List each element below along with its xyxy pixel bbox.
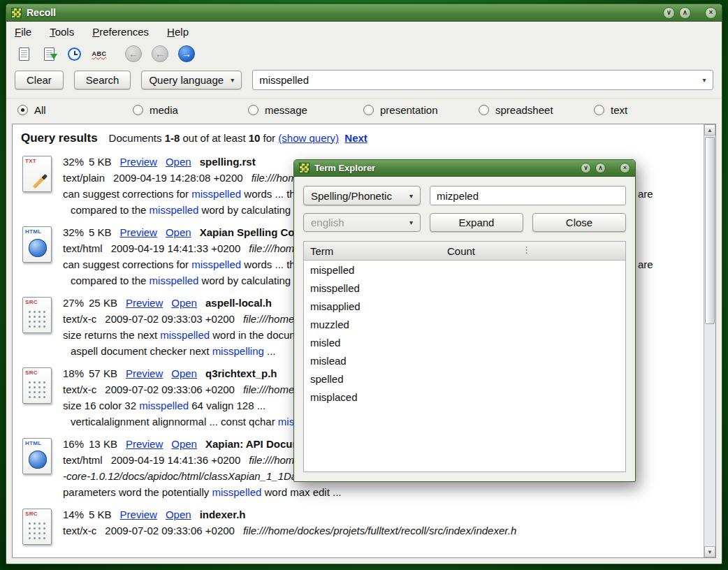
open-link[interactable]: Open	[171, 367, 197, 379]
filter-radio[interactable]: text	[594, 104, 709, 116]
file-size: 5 KB	[89, 509, 112, 520]
term-column-header[interactable]: Term	[304, 245, 447, 257]
search-query-combobox[interactable]: ▾	[252, 70, 713, 90]
term-cell: mislead	[304, 355, 447, 367]
term-row[interactable]: muzzled	[304, 315, 625, 333]
document-type-icon	[22, 367, 52, 404]
chevron-down-icon: ▾	[409, 192, 413, 200]
search-button[interactable]: Search	[74, 71, 131, 89]
term-row[interactable]: spelled	[304, 370, 625, 388]
erase-search-button[interactable]	[13, 44, 34, 64]
toolbar: ABC ← ← →	[6, 41, 722, 66]
radio-icon	[594, 105, 604, 115]
mime-type: text/x-c	[63, 383, 96, 395]
term-cell: mispelled	[304, 264, 447, 276]
next-page-button[interactable]: →	[178, 45, 195, 62]
mime-type: text/plain	[63, 172, 105, 184]
result-date: 2009-04-19 14:41:36 +0200	[111, 454, 241, 466]
file-size: 57 KB	[89, 367, 117, 379]
count-column-header[interactable]: Count	[447, 245, 625, 257]
search-query-input[interactable]	[253, 71, 696, 89]
document-type-filter-row: All media message presentation	[6, 98, 722, 124]
term-explorer-dialog: Term Explorer ∨ ∧ × Spelling/Phonetic ▾ …	[293, 159, 636, 482]
file-size: 5 KB	[89, 226, 112, 238]
prev-page-button: ←	[152, 45, 168, 62]
mime-type: text/html	[63, 242, 103, 254]
term-cell: misled	[304, 337, 447, 349]
term-row[interactable]: mispelled	[304, 261, 625, 279]
spellcheck-button[interactable]: ABC	[89, 44, 110, 64]
term-row[interactable]: mislead	[304, 351, 625, 370]
dialog-titlebar[interactable]: Term Explorer ∨ ∧ ×	[294, 160, 635, 177]
close-button[interactable]: ×	[705, 7, 717, 19]
result-item: 14%5 KBPreviewOpenindexer.h text/x-c2009…	[21, 506, 694, 545]
dialog-maximize-button[interactable]: ∧	[595, 163, 606, 173]
filter-radio[interactable]: message	[248, 104, 363, 116]
open-link[interactable]: Open	[171, 297, 197, 309]
history-button[interactable]	[64, 44, 85, 64]
close-dialog-button[interactable]: Close	[532, 213, 626, 232]
filter-radio[interactable]: media	[133, 104, 248, 116]
menu-tools[interactable]: Tools	[50, 26, 74, 38]
show-query-link[interactable]: (show query)	[278, 132, 339, 144]
preview-link[interactable]: Preview	[126, 367, 163, 379]
next-page-link[interactable]: Next	[344, 132, 367, 144]
mime-type: text/x-c	[63, 313, 96, 325]
window-titlebar[interactable]: Recoll ∨ ∧ ×	[6, 4, 722, 22]
relevance-percent: 16%	[63, 438, 84, 450]
dialog-close-button[interactable]: ×	[620, 163, 630, 173]
term-row[interactable]: misled	[304, 333, 625, 351]
summary-suffix: for	[263, 132, 276, 144]
open-link[interactable]: Open	[171, 438, 197, 450]
preview-link[interactable]: Preview	[120, 226, 157, 238]
save-search-button[interactable]	[38, 44, 59, 64]
result-date: 2009-07-02 09:33:06 +0200	[105, 383, 235, 395]
filter-radio[interactable]: All	[17, 104, 133, 116]
term-row[interactable]: misapplied	[304, 297, 625, 315]
filter-label: media	[150, 104, 178, 116]
term-cell: spelled	[304, 373, 447, 385]
filter-radio[interactable]: presentation	[363, 104, 479, 116]
query-language-label: Query language	[149, 74, 224, 86]
results-scrollbar[interactable]: ▲ ▼	[704, 124, 715, 557]
term-explorer-input[interactable]	[430, 186, 626, 205]
search-row: Clear Search Query language ▾ ▾	[6, 66, 722, 98]
radio-icon	[133, 105, 143, 115]
preview-link[interactable]: Preview	[126, 438, 163, 450]
preview-link[interactable]: Preview	[120, 156, 157, 168]
dialog-shade-button[interactable]: ∨	[581, 163, 591, 173]
term-row[interactable]: misspelled	[304, 279, 625, 297]
document-type-icon	[22, 297, 52, 333]
scroll-up-button[interactable]: ▲	[704, 124, 715, 136]
menu-preferences[interactable]: Preferences	[92, 26, 149, 38]
term-row[interactable]: misplaced	[304, 388, 625, 406]
language-select: english ▾	[303, 213, 421, 232]
expand-button[interactable]: Expand	[430, 213, 523, 232]
document-type-icon	[22, 226, 52, 263]
filter-radio[interactable]: spreadsheet	[479, 104, 594, 116]
maximize-button[interactable]: ∧	[679, 7, 691, 19]
open-link[interactable]: Open	[166, 156, 191, 168]
query-language-select[interactable]: Query language ▾	[141, 71, 242, 89]
preview-link[interactable]: Preview	[126, 297, 163, 309]
scroll-down-button[interactable]: ▼	[704, 546, 715, 557]
term-match-type-select[interactable]: Spelling/Phonetic ▾	[303, 186, 421, 205]
term-cell: misapplied	[304, 300, 447, 312]
relevance-percent: 18%	[63, 367, 84, 379]
preview-link[interactable]: Preview	[120, 509, 157, 520]
result-date: 2009-07-02 09:33:03 +0200	[105, 313, 235, 325]
open-link[interactable]: Open	[166, 509, 191, 520]
scrollbar-thumb[interactable]	[705, 137, 715, 324]
menu-file[interactable]: File	[15, 26, 31, 38]
chevron-down-icon: ▾	[409, 219, 413, 226]
open-link[interactable]: Open	[166, 226, 191, 238]
file-size: 25 KB	[89, 297, 117, 309]
clear-button[interactable]: Clear	[15, 71, 64, 89]
clock-icon	[68, 48, 81, 61]
chevron-down-icon[interactable]: ▾	[696, 76, 713, 84]
arrow-left-icon: ←	[155, 48, 165, 59]
shade-button[interactable]: ∨	[663, 7, 675, 19]
relevance-percent: 32%	[63, 156, 84, 168]
recoll-app-icon	[11, 8, 22, 18]
menu-help[interactable]: Help	[167, 26, 189, 38]
